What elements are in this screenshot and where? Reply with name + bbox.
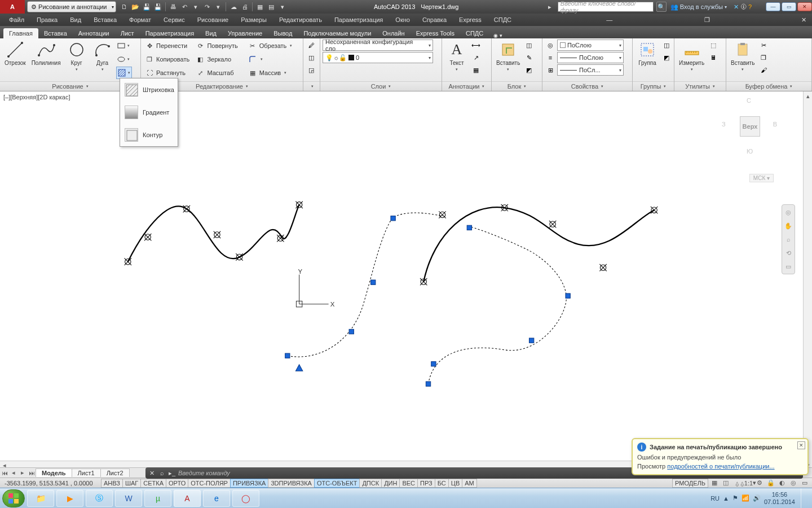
taskbar-skype-icon[interactable]: Ⓢ <box>86 490 113 507</box>
qat-saveas-icon[interactable]: 💾 <box>153 2 163 12</box>
hatch-button[interactable]: ▾ <box>116 67 132 79</box>
orbit-icon[interactable]: ⟲ <box>783 248 793 258</box>
tray-volume-icon[interactable]: 🔊 <box>753 494 761 502</box>
array-button[interactable]: ▦Массив▾ <box>246 67 301 79</box>
status-toggle-цв[interactable]: ЦВ <box>448 479 462 488</box>
doc-minimize-icon[interactable]: — <box>604 16 615 23</box>
menu-item[interactable]: Вставка <box>88 15 122 24</box>
ribbon-tab[interactable]: Аннотации <box>73 28 115 38</box>
view-cube[interactable]: С Ю З В Верх <box>718 95 780 157</box>
ribbon-tab[interactable]: СПДС <box>460 28 489 38</box>
panel-title[interactable] <box>303 81 320 91</box>
panel-title-groups[interactable]: Группы <box>633 81 674 91</box>
tab-nav-next-icon[interactable]: ▸ <box>18 468 27 478</box>
ribbon-tab[interactable]: Управление <box>222 28 268 38</box>
panel-title-clip[interactable]: Буфер обмена <box>726 81 811 91</box>
taskbar-ie-icon[interactable]: e <box>203 490 230 507</box>
qp-icon[interactable]: ◫ <box>721 479 731 488</box>
exchange-icon[interactable]: ✕ <box>734 3 739 11</box>
dim-icon[interactable]: ⟷ <box>470 40 482 51</box>
tray-clock[interactable]: 16:5607.01.2014 <box>764 491 795 505</box>
status-toggle-привязка[interactable]: ПРИВЯЗКА <box>230 479 268 488</box>
steering-wheel-icon[interactable]: ◎ <box>783 207 793 217</box>
scale-button[interactable]: ⤢Масштаб <box>194 67 245 79</box>
measure-button[interactable]: Измерить▾ <box>677 40 707 73</box>
copy-button[interactable]: ❐Копировать <box>143 53 193 65</box>
balloon-link[interactable]: подробностей о печати/публикации... <box>667 463 774 470</box>
arc-button[interactable]: Дуга▾ <box>90 40 115 73</box>
misc-icon[interactable]: ◫ <box>306 52 317 63</box>
qat-more-icon[interactable]: ▾ <box>277 2 288 12</box>
taskbar-word-icon[interactable]: W <box>115 490 142 507</box>
ribbon-tab[interactable]: Вывод <box>268 28 298 38</box>
leader-icon[interactable]: ↗ <box>470 52 482 63</box>
isolate-icon[interactable]: ◎ <box>788 479 798 488</box>
layout-tab[interactable]: Лист2 <box>100 468 130 477</box>
viewcube-west[interactable]: З <box>722 121 726 128</box>
brush-icon[interactable]: 🖌 <box>758 64 769 76</box>
calc-icon[interactable]: 🖩 <box>708 52 719 63</box>
help-dropdown-icon[interactable]: 🛈 <box>740 3 747 11</box>
status-toggle-анвз[interactable]: АНВЗ <box>101 479 123 488</box>
sign-in-button[interactable]: 👥 Вход в службы ▾ <box>670 3 727 11</box>
cmd-recent-icon[interactable]: ⌕ <box>158 469 166 477</box>
menu-item[interactable]: Файл <box>3 15 30 24</box>
workspace-icon[interactable]: ⚙ <box>754 479 765 488</box>
menu-item[interactable]: Правка <box>31 15 63 24</box>
qat-dropdown-icon[interactable]: ▾ <box>191 2 201 12</box>
line-button[interactable]: Отрезок <box>2 40 28 67</box>
menu-item[interactable]: Параметризация <box>329 15 389 24</box>
cmd-close-icon[interactable]: ✕ <box>148 469 156 477</box>
layer-state-combo[interactable]: Несохраненная конфигурация сло <box>323 40 433 51</box>
cut-icon[interactable]: ✂ <box>758 40 769 51</box>
panel-title-annot[interactable]: Аннотации <box>442 81 491 91</box>
taskbar-explorer-icon[interactable]: 📁 <box>27 490 54 507</box>
status-toggle-дпск[interactable]: ДПСК <box>359 479 382 488</box>
menu-item[interactable]: Окно <box>390 15 416 24</box>
fillet-button[interactable]: ▾ <box>246 53 301 65</box>
menu-item[interactable]: Справка <box>417 15 452 24</box>
search-icon[interactable]: 🔍 <box>656 2 667 12</box>
lock-ui-icon[interactable]: 🔒 <box>766 479 776 488</box>
search-input[interactable]: Введите ключевое слово/фразу <box>558 2 654 12</box>
status-toggle-ам[interactable]: АМ <box>462 479 477 488</box>
ltype-icon[interactable]: ⊞ <box>545 64 556 76</box>
ribbon-tab[interactable]: Вставка <box>38 28 73 38</box>
layer-combo[interactable]: 💡 ☼ 🔓 0 <box>323 52 433 63</box>
polyline-button[interactable]: Полилиния <box>29 40 63 67</box>
balloon-close-button[interactable]: ✕ <box>797 441 805 449</box>
qat-save-icon[interactable]: 💾 <box>142 2 152 12</box>
maximize-button[interactable]: ▭ <box>782 2 796 11</box>
qat-layer-icon[interactable]: ▦ <box>255 2 265 12</box>
ribbon-cycle-icon[interactable]: ◉ ▾ <box>493 33 502 38</box>
dropdown-item-boundary[interactable]: Контур <box>120 124 178 146</box>
layout-tab-model[interactable]: Модель <box>36 468 72 477</box>
paste-button[interactable]: Вставить▾ <box>729 40 757 73</box>
status-toggle-3dпривязка[interactable]: 3DПРИВЯЗКА <box>268 479 315 488</box>
menu-item[interactable]: Вид <box>64 15 87 24</box>
panel-title-utils[interactable]: Утилиты <box>674 81 726 91</box>
lineweight-combo[interactable]: ПоСлою <box>557 52 624 63</box>
qat-props-icon[interactable]: ▤ <box>266 2 276 12</box>
pan-icon[interactable]: ✋ <box>783 221 793 231</box>
status-toggle-дин[interactable]: ДИН <box>381 479 400 488</box>
status-toggle-отс-поляр[interactable]: ОТС-ПОЛЯР <box>188 479 231 488</box>
viewcube-east[interactable]: В <box>773 121 777 128</box>
ribbon-tab[interactable]: Подключаемые модули <box>298 28 377 38</box>
zoom-extents-icon[interactable]: ⌕ <box>783 234 793 244</box>
lweight-icon[interactable]: ≡ <box>545 52 556 63</box>
rectangle-button[interactable]: ▾ <box>116 40 132 52</box>
tray-lang[interactable]: RU <box>710 495 720 502</box>
scroll-up-icon[interactable]: ▴ <box>804 91 812 100</box>
circle-button[interactable]: Круг▾ <box>64 40 89 73</box>
tab-nav-first-icon[interactable]: ⏮ <box>0 468 9 478</box>
viewcube-top-face[interactable]: Верх <box>740 116 760 137</box>
panel-title-props[interactable]: Свойства <box>542 81 632 91</box>
rotate-button[interactable]: ⟳Повернуть <box>194 40 245 52</box>
ribbon-tab[interactable]: Параметризация <box>140 28 200 38</box>
qat-dropdown-icon[interactable]: ▾ <box>213 2 223 12</box>
status-toggle-сетка[interactable]: СЕТКА <box>140 479 166 488</box>
ribbon-tab[interactable]: Express Tools <box>411 28 460 38</box>
model-toggle[interactable]: РМОДЕЛЬ <box>672 479 708 488</box>
start-button[interactable] <box>2 489 25 507</box>
